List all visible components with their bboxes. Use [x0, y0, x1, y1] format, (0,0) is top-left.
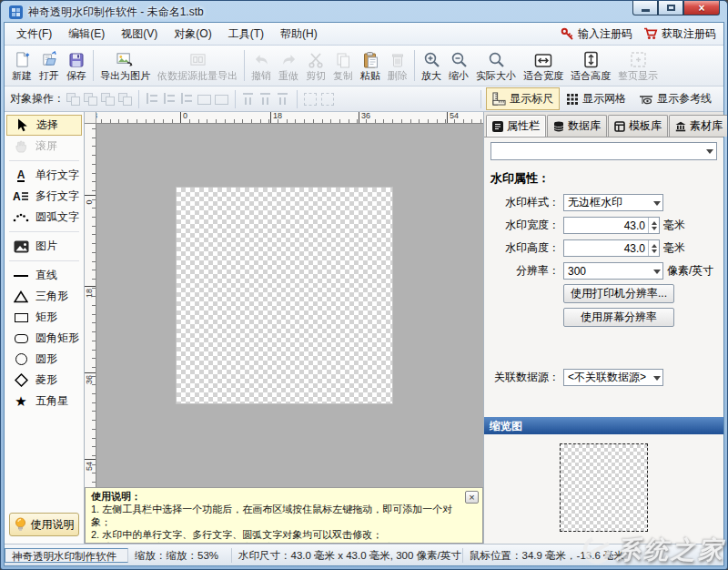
object-operations-label: 对象操作： — [10, 91, 65, 107]
watermark-width-stepper[interactable]: 43.0 — [563, 217, 660, 234]
use-printer-dpi-button[interactable]: 使用打印机分辨率... — [563, 284, 674, 303]
svg-text:A: A — [13, 190, 21, 203]
tool-rectangle[interactable]: 矩形 — [6, 307, 82, 328]
tool-arc-text[interactable]: 圆弧文字 — [6, 207, 82, 228]
hand-icon — [12, 139, 30, 153]
right-panel-tabs: 属性栏 数据库 模板库 素材库 — [484, 112, 723, 137]
object-selector-combobox[interactable] — [490, 142, 717, 160]
batch-export-button: 依数据源批量导出 — [154, 47, 241, 85]
show-guides-toggle[interactable]: 显示参考线 — [632, 87, 718, 110]
new-button[interactable]: 新建 — [8, 47, 35, 85]
menu-view[interactable]: 视图(V) — [113, 24, 166, 45]
menu-edit[interactable]: 编辑(E) — [60, 24, 113, 45]
redo-icon — [280, 49, 298, 68]
window-controls: × — [632, 1, 720, 15]
undo-button: 撤销 — [248, 47, 275, 85]
spinner-arrows-icon[interactable] — [648, 240, 659, 256]
template-window-icon — [614, 121, 625, 132]
get-license-link[interactable]: 获取注册码 — [643, 26, 716, 42]
tool-single-line-text[interactable]: A 单行文字 — [6, 165, 82, 186]
datasource-row: 关联数据源： <不关联数据源> — [490, 369, 717, 386]
tool-star[interactable]: ★ 五角星 — [6, 391, 82, 412]
tab-templates[interactable]: 模板库 — [608, 115, 668, 137]
show-ruler-toggle[interactable]: 显示标尺 — [486, 87, 560, 110]
canvas-viewport[interactable] — [96, 124, 483, 487]
zoom-out-button[interactable]: 缩小 — [445, 47, 472, 85]
maximize-button[interactable] — [658, 1, 683, 15]
actual-size-icon — [488, 49, 505, 68]
align-top-icon — [240, 91, 258, 107]
vertical-ruler: 0 18 36 54 — [85, 124, 96, 487]
tab-database[interactable]: 数据库 — [547, 115, 607, 137]
tool-diamond[interactable]: 菱形 — [6, 370, 82, 391]
save-button[interactable]: 保存 — [63, 47, 90, 85]
menu-tools[interactable]: 工具(T) — [220, 24, 272, 45]
ungroup-icon — [319, 91, 337, 107]
cursor-arrow-icon — [13, 118, 31, 132]
enter-license-link[interactable]: 输入注册码 — [561, 26, 632, 42]
tool-panel-spacer — [5, 412, 84, 507]
use-screen-dpi-button[interactable]: 使用屏幕分辨率 — [563, 308, 674, 327]
paste-button[interactable]: 粘贴 — [357, 47, 384, 85]
chevron-down-icon — [653, 270, 661, 278]
watermark-canvas[interactable] — [177, 188, 392, 403]
open-folder-icon — [41, 49, 58, 68]
resolution-select[interactable]: 300 — [563, 262, 663, 280]
status-mouse-position: 鼠标位置：34.9 毫米，-13.6 毫米 — [463, 548, 723, 563]
close-instructions-button[interactable]: × — [465, 491, 479, 504]
send-to-back-icon — [116, 91, 134, 107]
status-zoom: 缩放：缩放：53% — [128, 548, 232, 563]
cut-button: 剪切 — [302, 47, 329, 85]
toolbar-separator — [414, 50, 415, 81]
send-backward-icon — [82, 91, 99, 107]
actual-size-button[interactable]: 实际大小 — [472, 47, 520, 85]
group-icon — [302, 91, 319, 107]
copy-icon — [335, 49, 351, 68]
arc-text-icon — [12, 212, 30, 223]
fit-height-button[interactable]: 适合高度 — [567, 47, 614, 85]
tool-select[interactable]: 选择 — [6, 115, 82, 136]
menu-object[interactable]: 对象(O) — [166, 24, 219, 45]
menu-help[interactable]: 帮助(H) — [272, 24, 326, 45]
clipboard-icon — [362, 49, 379, 68]
open-button[interactable]: 打开 — [35, 47, 63, 85]
zoom-in-button[interactable]: 放大 — [418, 47, 445, 85]
menu-bar: 文件(F) 编辑(E) 视图(V) 对象(O) 工具(T) 帮助(H) 输入注册… — [5, 23, 723, 46]
spinner-arrows-icon[interactable] — [648, 218, 659, 233]
tab-properties[interactable]: 属性栏 — [486, 115, 546, 137]
tool-pan: 滚屏 — [6, 136, 82, 157]
watermark-style-select[interactable]: 无边框水印 — [563, 194, 663, 211]
minimize-button[interactable] — [632, 1, 658, 15]
menu-file[interactable]: 文件(F) — [8, 24, 60, 45]
tool-circle[interactable]: 圆形 — [6, 349, 82, 370]
tool-image[interactable]: 图片 — [6, 236, 82, 257]
show-grid-toggle[interactable]: 显示网格 — [560, 87, 632, 110]
watermark-height-stepper[interactable]: 43.0 — [563, 239, 660, 257]
ruler-row: -18 0 18 36 54 — [85, 112, 483, 124]
usage-help-button[interactable]: 使用说明 — [9, 513, 79, 536]
thumbnail-area — [490, 434, 717, 544]
fit-width-button[interactable]: 适合宽度 — [520, 47, 567, 85]
whole-page-icon — [630, 49, 647, 68]
tool-multi-line-text[interactable]: A 多行文字 — [6, 186, 82, 207]
save-floppy-icon — [68, 49, 85, 68]
datasource-select[interactable]: <不关联数据源> — [563, 369, 663, 386]
bring-to-front-icon — [99, 91, 116, 107]
close-button[interactable]: × — [683, 1, 720, 15]
triangle-icon — [12, 290, 30, 303]
chevron-down-icon — [706, 149, 713, 158]
canvas-row: 0 18 36 54 — [85, 124, 483, 487]
canvas-column: -18 0 18 36 54 0 18 36 54 — [85, 112, 483, 544]
export-image-button[interactable]: 导出为图片 — [96, 47, 154, 85]
tool-line[interactable]: 直线 — [6, 265, 82, 286]
bring-forward-icon — [65, 91, 82, 107]
app-body: 文件(F) 编辑(E) 视图(V) 对象(O) 工具(T) 帮助(H) 输入注册… — [4, 22, 724, 566]
title-bar: 神奇透明水印制作软件 - 未命名1.stb — [4, 1, 724, 22]
tool-rounded-rectangle[interactable]: 圆角矩形 — [6, 328, 82, 349]
tab-materials[interactable]: 素材库 — [669, 115, 728, 137]
grid-icon — [566, 93, 579, 106]
toolbar-separator — [480, 90, 481, 108]
chevron-down-icon — [653, 201, 661, 209]
tool-triangle[interactable]: 三角形 — [6, 286, 82, 307]
guides-icon — [639, 93, 653, 106]
